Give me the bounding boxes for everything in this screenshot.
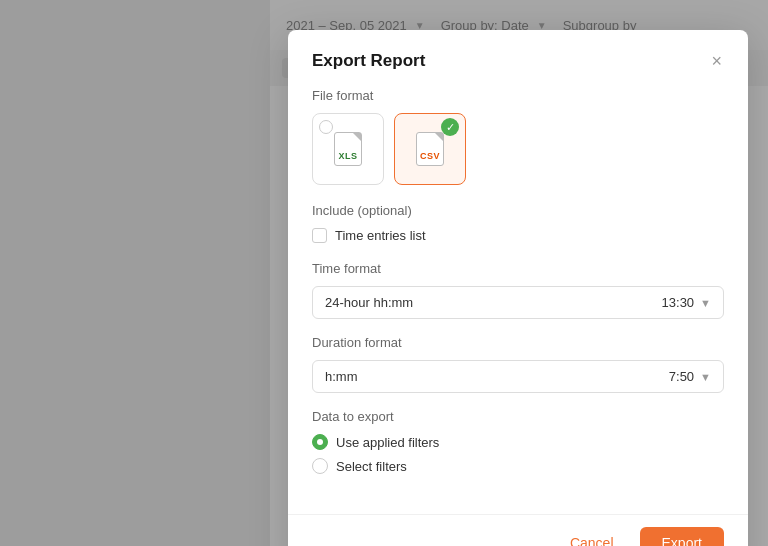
include-optional-section: Include (optional) Time entries list bbox=[312, 203, 724, 243]
duration-format-select[interactable]: h:mm 7:50 ▼ bbox=[312, 360, 724, 393]
duration-format-value: h:mm bbox=[325, 369, 669, 384]
select-filters-label: Select filters bbox=[336, 459, 407, 474]
time-format-arrow: ▼ bbox=[700, 297, 711, 309]
format-xls-card[interactable]: XLS bbox=[312, 113, 384, 185]
time-entries-label: Time entries list bbox=[335, 228, 426, 243]
file-format-section: File format XLS ✓ CSV bbox=[312, 88, 724, 185]
modal-close-button[interactable]: × bbox=[709, 50, 724, 72]
duration-format-section: Duration format h:mm 7:50 ▼ bbox=[312, 335, 724, 393]
xls-radio bbox=[319, 120, 333, 134]
applied-filters-radio[interactable] bbox=[312, 434, 328, 450]
modal-body: File format XLS ✓ CSV bbox=[288, 88, 748, 514]
format-options: XLS ✓ CSV bbox=[312, 113, 724, 185]
time-format-value: 24-hour hh:mm bbox=[325, 295, 662, 310]
modal-title: Export Report bbox=[312, 51, 425, 71]
data-export-label: Data to export bbox=[312, 409, 724, 424]
csv-file-doc: CSV bbox=[416, 132, 444, 166]
csv-icon: CSV bbox=[416, 132, 444, 166]
select-filters-row: Select filters bbox=[312, 458, 724, 474]
export-button[interactable]: Export bbox=[640, 527, 724, 546]
time-entries-checkbox[interactable] bbox=[312, 228, 327, 243]
duration-format-arrow: ▼ bbox=[700, 371, 711, 383]
modal-footer: Cancel Export bbox=[288, 514, 748, 546]
data-to-export-section: Data to export Use applied filters Selec… bbox=[312, 409, 724, 474]
file-format-label: File format bbox=[312, 88, 724, 103]
xls-file-doc: XLS bbox=[334, 132, 362, 166]
duration-format-preview: 7:50 bbox=[669, 369, 694, 384]
export-report-modal: Export Report × File format XLS ✓ bbox=[288, 30, 748, 546]
xls-icon: XLS bbox=[334, 132, 362, 166]
time-format-preview: 13:30 bbox=[662, 295, 695, 310]
include-checkbox-row: Time entries list bbox=[312, 228, 724, 243]
time-format-label: Time format bbox=[312, 261, 724, 276]
csv-label: CSV bbox=[420, 151, 440, 161]
modal-header: Export Report × bbox=[288, 30, 748, 88]
time-format-select[interactable]: 24-hour hh:mm 13:30 ▼ bbox=[312, 286, 724, 319]
include-optional-label: Include (optional) bbox=[312, 203, 724, 218]
applied-filters-row: Use applied filters bbox=[312, 434, 724, 450]
duration-format-label: Duration format bbox=[312, 335, 724, 350]
format-csv-card[interactable]: ✓ CSV bbox=[394, 113, 466, 185]
time-format-section: Time format 24-hour hh:mm 13:30 ▼ bbox=[312, 261, 724, 319]
xls-label: XLS bbox=[338, 151, 357, 161]
select-filters-radio[interactable] bbox=[312, 458, 328, 474]
applied-filters-label: Use applied filters bbox=[336, 435, 439, 450]
cancel-button[interactable]: Cancel bbox=[554, 527, 630, 546]
